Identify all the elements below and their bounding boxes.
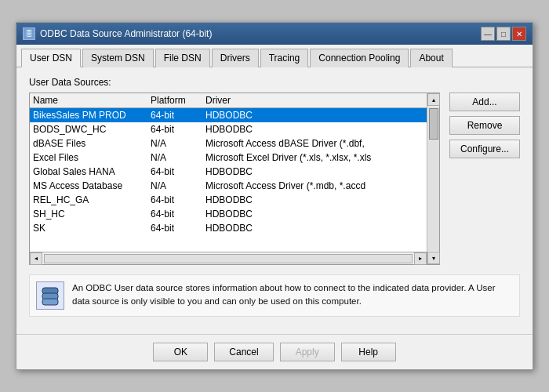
scroll-left-arrow[interactable]: ◂ (30, 252, 42, 265)
table-row[interactable]: Global Sales HANA 64-bit HDBODBC (30, 165, 427, 179)
close-button[interactable]: ✕ (512, 27, 526, 41)
window-title: ODBC Data Source Administrator (64-bit) (40, 28, 212, 39)
content-area: User Data Sources: Name Platform Driver … (16, 67, 533, 326)
table-row[interactable]: Excel Files N/A Microsoft Excel Driver (… (30, 151, 427, 165)
vertical-scrollbar[interactable]: ▴ ▾ (427, 93, 439, 264)
minimize-button[interactable]: — (481, 27, 495, 41)
title-bar-left: 🗄 ODBC Data Source Administrator (64-bit… (23, 27, 212, 40)
help-button[interactable]: Help (341, 343, 396, 361)
action-buttons: Add... Remove Configure... (449, 93, 520, 265)
configure-button[interactable]: Configure... (449, 140, 520, 158)
row-driver: HDBODBC (205, 166, 424, 177)
col-header-name: Name (33, 95, 151, 106)
row-platform: N/A (151, 180, 205, 191)
database-icon (36, 281, 64, 310)
row-driver: HDBODBC (205, 209, 424, 220)
row-driver: Microsoft Access dBASE Driver (*.dbf, (205, 138, 424, 149)
list-body[interactable]: BikesSales PM PROD 64-bit HDBODBC BODS_D… (30, 108, 427, 252)
section-label: User Data Sources: (29, 77, 520, 88)
table-row[interactable]: SK 64-bit HDBODBC (30, 221, 427, 235)
tab-bar: User DSN System DSN File DSN Drivers Tra… (16, 45, 533, 67)
row-platform: 64-bit (151, 223, 205, 234)
table-row[interactable]: MS Access Database N/A Microsoft Access … (30, 179, 427, 193)
scroll-up-arrow[interactable]: ▴ (427, 93, 440, 106)
scroll-thumb[interactable] (429, 108, 438, 140)
info-box: An ODBC User data source stores informat… (29, 274, 520, 317)
row-name: REL_HC_GA (33, 194, 151, 205)
maximize-button[interactable]: □ (496, 27, 511, 41)
tab-system-dsn[interactable]: System DSN (82, 49, 154, 67)
list-inner: Name Platform Driver BikesSales PM PROD … (30, 93, 427, 264)
horizontal-scrollbar[interactable]: ◂ ▸ (30, 252, 427, 264)
odbc-window: 🗄 ODBC Data Source Administrator (64-bit… (16, 22, 533, 370)
row-platform: 64-bit (151, 124, 205, 135)
remove-button[interactable]: Remove (449, 116, 520, 135)
row-platform: 64-bit (151, 110, 205, 121)
app-icon: 🗄 (23, 27, 35, 40)
list-header: Name Platform Driver (30, 93, 427, 108)
data-sources-list-container: Name Platform Driver BikesSales PM PROD … (29, 93, 440, 265)
table-row[interactable]: SH_HC 64-bit HDBODBC (30, 207, 427, 221)
table-row[interactable]: BODS_DWC_HC 64-bit HDBODBC (30, 122, 427, 136)
main-area: Name Platform Driver BikesSales PM PROD … (29, 93, 520, 265)
row-name: BODS_DWC_HC (33, 124, 151, 135)
apply-button[interactable]: Apply (280, 343, 335, 361)
title-bar: 🗄 ODBC Data Source Administrator (64-bit… (16, 23, 533, 45)
tab-user-dsn[interactable]: User DSN (21, 49, 81, 67)
tab-file-dsn[interactable]: File DSN (155, 49, 210, 67)
row-driver: HDBODBC (205, 223, 424, 234)
row-platform: 64-bit (151, 194, 205, 205)
tab-tracing[interactable]: Tracing (260, 49, 309, 67)
row-driver: Microsoft Excel Driver (*.xls, *.xlsx, *… (205, 152, 424, 163)
cancel-button[interactable]: Cancel (214, 343, 273, 361)
col-header-driver: Driver (205, 95, 424, 106)
bottom-bar: OK Cancel Apply Help (16, 334, 533, 369)
scroll-down-arrow[interactable]: ▾ (427, 252, 440, 264)
tab-about[interactable]: About (410, 49, 452, 67)
row-driver: Microsoft Access Driver (*.mdb, *.accd (205, 180, 424, 191)
row-name: MS Access Database (33, 180, 151, 191)
row-name: dBASE Files (33, 138, 151, 149)
row-driver: HDBODBC (205, 194, 424, 205)
row-driver: HDBODBC (205, 110, 424, 121)
info-text: An ODBC User data source stores informat… (72, 281, 513, 309)
table-row[interactable]: REL_HC_GA 64-bit HDBODBC (30, 193, 427, 207)
tab-connection-pooling[interactable]: Connection Pooling (310, 49, 409, 67)
row-name: SK (33, 223, 151, 234)
table-row[interactable]: dBASE Files N/A Microsoft Access dBASE D… (30, 136, 427, 151)
row-platform: 64-bit (151, 209, 205, 220)
row-name: Excel Files (33, 152, 151, 163)
add-button[interactable]: Add... (449, 93, 520, 111)
table-row[interactable]: BikesSales PM PROD 64-bit HDBODBC (30, 108, 427, 122)
row-driver: HDBODBC (205, 124, 424, 135)
col-header-platform: Platform (151, 95, 205, 106)
row-platform: 64-bit (151, 166, 205, 177)
scroll-right-arrow[interactable]: ▸ (414, 252, 427, 265)
row-platform: N/A (151, 152, 205, 163)
row-name: SH_HC (33, 209, 151, 220)
tab-drivers[interactable]: Drivers (212, 49, 259, 67)
svg-rect-2 (42, 299, 58, 305)
row-name: BikesSales PM PROD (33, 110, 151, 121)
row-platform: N/A (151, 138, 205, 149)
row-name: Global Sales HANA (33, 166, 151, 177)
title-controls: — □ ✕ (481, 27, 526, 41)
ok-button[interactable]: OK (153, 343, 208, 361)
